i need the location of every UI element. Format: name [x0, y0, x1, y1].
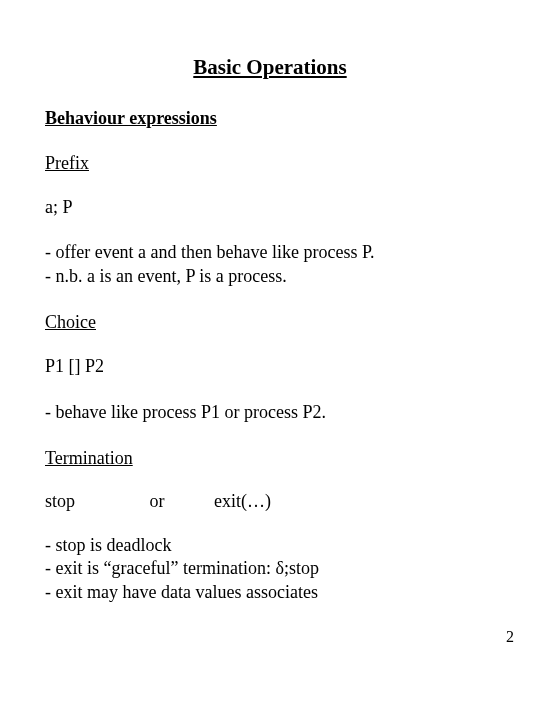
bullet-item: - n.b. a is an event, P is a process. [45, 265, 495, 288]
heading-termination: Termination [45, 448, 495, 469]
prefix-bullets: - offer event a and then behave like pro… [45, 241, 495, 288]
choice-bullets: - behave like process P1 or process P2. [45, 401, 495, 424]
termination-stop: stop [45, 491, 145, 512]
heading-prefix: Prefix [45, 153, 495, 174]
page-number: 2 [506, 628, 514, 646]
heading-choice: Choice [45, 312, 495, 333]
bullet-item: - exit may have data values associates [45, 581, 495, 604]
document-page: Basic Operations Behaviour expressions P… [0, 0, 540, 666]
termination-exit: exit(…) [214, 491, 271, 512]
bullet-item: - exit is “graceful” termination: δ;stop [45, 557, 495, 580]
bullet-item: - behave like process P1 or process P2. [45, 401, 495, 424]
bullet-item: - offer event a and then behave like pro… [45, 241, 495, 264]
termination-or: or [150, 491, 210, 512]
heading-behaviour-expressions: Behaviour expressions [45, 108, 495, 129]
prefix-notation: a; P [45, 196, 495, 219]
bullet-item: - stop is deadlock [45, 534, 495, 557]
termination-notation-row: stop or exit(…) [45, 491, 495, 512]
page-title: Basic Operations [45, 55, 495, 80]
choice-notation: P1 [] P2 [45, 355, 495, 378]
termination-bullets: - stop is deadlock - exit is “graceful” … [45, 534, 495, 604]
